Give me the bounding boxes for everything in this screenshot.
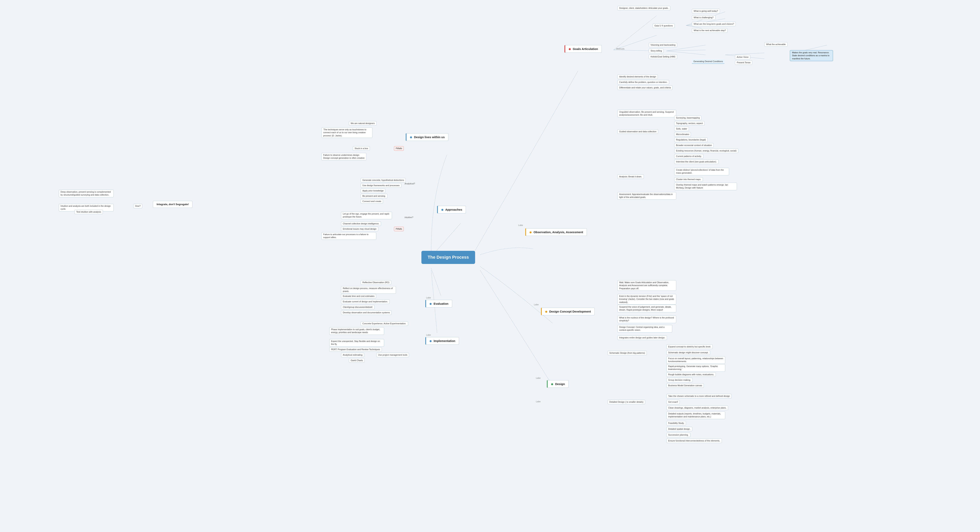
suspend-voice: Suspend the voice of judgement, and gene…	[617, 305, 676, 312]
design-node[interactable]: Design	[547, 380, 569, 388]
evaluation-node[interactable]: Evaluation	[425, 300, 452, 307]
unguided-observation: Unguided observation. Be present and sen…	[617, 110, 676, 118]
pitfalls-label2: Pitfalls	[394, 227, 404, 231]
integrate-dont-segregate[interactable]: Integrate, don't Segregate!	[153, 201, 192, 208]
goals-stakeholders: Designer, client, stakeholders: Articula…	[617, 6, 670, 10]
overlay-themed: Overlay themed maps and watch patterns e…	[674, 183, 737, 190]
cluster-themed: Cluster into themed maps.	[674, 177, 703, 182]
failure-articulate: Failure to articulate our processes is a…	[321, 232, 376, 240]
analytical-estimating: Analytical estimating	[341, 353, 364, 357]
analysis-label: Analysis: Break it down.	[617, 175, 644, 179]
topography: Topography, sectors, aspect	[674, 121, 705, 125]
pert-label: PERT: Program Evaluation and Review Tech…	[329, 347, 382, 352]
project-mgmt: Use project management tools	[376, 353, 409, 357]
channel-collective: Channel collective design intelligence.	[341, 221, 381, 226]
makes-goals-real: Makes the goals very real. Resonance. St…	[790, 50, 833, 61]
wait-make-sure: Wait. Make sure Goals Articulation and O…	[617, 280, 676, 291]
dot-blue1	[410, 137, 412, 138]
existing-resources: Existing resources (human, energy, finan…	[674, 149, 738, 153]
develop-observation: Develop observation and documentation sy…	[341, 310, 391, 315]
gaia-q3: What are the long-term goals and visions…	[692, 22, 736, 26]
intuitive-label: Intuitive?	[404, 216, 414, 219]
phase-implementation: Phase implementation to suit goals, clie…	[329, 327, 384, 335]
generate-concrete: Generate concrete, hypothetical deductio…	[361, 178, 406, 183]
expand-concept: Expand concept to sketchy but specific l…	[667, 345, 713, 349]
dot-orange1	[530, 232, 531, 233]
let-go-ego: Let go of the ego, engage the present, a…	[341, 212, 392, 219]
schematic-design-label: Schematic Design (from big patterns)	[608, 351, 647, 355]
center-node[interactable]: The Design Process	[422, 251, 475, 264]
use-design-frameworks: Use design frameworks and processes	[361, 183, 401, 188]
detailed-spatial: Detailed spatial design.	[667, 427, 692, 431]
interview-client: Interview the client (see goals articula…	[674, 159, 719, 164]
group-decision: Group decision making.	[667, 378, 693, 382]
create-distinct: Create distinct 'pieces/collections' of …	[674, 168, 729, 175]
goals-articulation-label: Goals Articulation	[573, 47, 598, 51]
focus-overall: Focus on overall layout, patterning, rel…	[667, 356, 725, 364]
gaia-label: Gaia U 4 questions	[653, 24, 675, 28]
observation-label: Observation, Analysis, Assessment	[533, 230, 583, 234]
evaluate-current: Evaluate current of design and implement…	[341, 299, 390, 304]
deep-observation: Deep observation, present sensing is com…	[59, 190, 114, 197]
exist-dynamic: Exist in the dynamic tension (Fritz) and…	[617, 294, 676, 305]
dot-red	[569, 48, 571, 50]
evaluate-time: Evaluate time and cost estimates	[341, 294, 376, 299]
observation-node[interactable]: Observation, Analysis, Assessment	[525, 228, 587, 236]
label-labe1: Labe	[517, 223, 524, 227]
differentiate-relate: Differentiate and relate your values, go…	[617, 86, 673, 90]
dot-orange2	[545, 311, 547, 313]
evaluation-label: Evaluation	[434, 302, 449, 305]
analytical-label: Analytical?	[404, 182, 416, 186]
how-label: How?	[133, 204, 142, 208]
identify-desired: Identify desired elements of the design	[617, 75, 658, 79]
label-labe6: Labe	[535, 400, 541, 403]
connect-create: Connect and create	[361, 199, 383, 203]
microclimates: Microclimates	[674, 132, 691, 137]
design-lives-node[interactable]: Design lives within us	[406, 133, 449, 141]
dot-green	[551, 383, 553, 385]
goals-articulation-node[interactable]: Goals Articulation	[565, 45, 602, 53]
take-chosen: Take the chosen schematic to a more refi…	[667, 394, 732, 399]
detailed-outputs: Detailed outputs (reports, timelines, bu…	[667, 411, 725, 419]
expect-unexpected: Expect the unexpected. Stay flexible and…	[329, 339, 384, 347]
ensure-functional: Ensure functional interconnectedness of …	[667, 438, 722, 443]
be-present: Be present and sensing.	[361, 194, 388, 198]
generating-desired-conditions: Generating Desired Conditions	[692, 59, 724, 64]
techniques-touchstones: 'The techniques serve only as touchstone…	[321, 127, 372, 138]
active-voice: Active Voice	[735, 55, 750, 59]
surveying: Surveying, basemapping	[674, 116, 702, 120]
rapid-prototyping: Rapid-prototyping. Generate many options…	[667, 364, 725, 372]
methods-label: Methods	[616, 47, 625, 51]
rough-bubble: Rough bubble diagrams with notes, evalua…	[667, 372, 716, 377]
apply-prior: Apply prior knowledge	[361, 189, 385, 193]
regulations: Regulations, boundaries (legal)	[674, 138, 708, 142]
label-labe4: Labe	[425, 333, 431, 337]
test-intuition: Test intuition with analysis	[75, 210, 103, 214]
implementation-label: Implementation	[434, 339, 455, 343]
design-concept-node[interactable]: Design Concept Development	[541, 308, 595, 315]
implementation-node[interactable]: Implementation	[425, 337, 459, 345]
emotional-issues: Emotional issues may cloud design	[341, 227, 378, 231]
schematic-might: Schematic design might discover concept.	[667, 350, 710, 355]
gantt-charts: Gantt Charts	[349, 358, 364, 363]
broader-ecosocial: Broader ecosocial context of situation	[674, 143, 714, 148]
methods-hmi: HolisticGoal Setting (HMI)	[649, 54, 677, 59]
feasibility: Feasibility Study.	[667, 421, 686, 426]
design-concept-central: Design Concept: Central organizing idea,…	[617, 325, 672, 332]
integrates-entire: Integrates entire design and guides late…	[617, 335, 667, 340]
clean-drawings: Clean drawings, diagrams, market analysi…	[667, 406, 728, 410]
nucleus-design: What is the nucleus of the design? Where…	[617, 316, 676, 323]
label-labe2: Labe	[533, 303, 539, 306]
detailed-design-label: Detailed Design ( to smaller details)	[608, 400, 645, 404]
current-patterns: Current patterns of activity.	[674, 154, 703, 159]
design-lives-label: Design lives within us	[414, 135, 445, 139]
reflective-observation: Reflective Observation (RO)	[361, 280, 391, 285]
concrete-experience: Concrete Experience, Active Experimentat…	[361, 321, 408, 326]
methods-visioning: Visioning and backcasting	[649, 43, 677, 47]
soils-water: Soils, water	[674, 127, 689, 131]
center-label: The Design Process	[428, 255, 469, 260]
dot-blue2	[441, 209, 443, 211]
design-label: Design	[555, 382, 565, 386]
get-exact: Get exact!	[667, 400, 680, 404]
approaches-node[interactable]: Approaches	[437, 206, 466, 213]
